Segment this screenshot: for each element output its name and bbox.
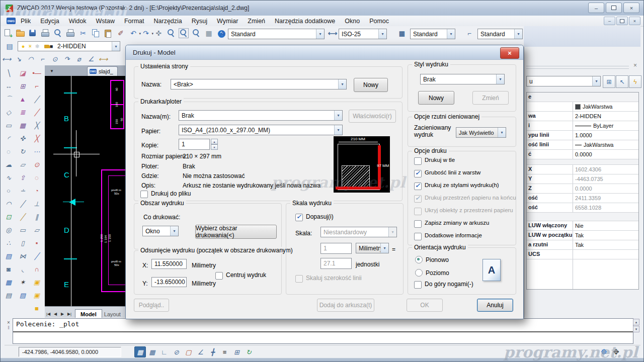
annotation-refresh-icon[interactable]: ↻ [243, 346, 255, 357]
intersection-icon[interactable]: ╳ [31, 119, 43, 131]
insert-block-icon[interactable]: ⊡ [3, 211, 15, 223]
grid-display-icon[interactable]: ▦ [146, 346, 158, 357]
tab-model[interactable]: Model [75, 309, 102, 318]
menu-item[interactable]: Edycja [40, 18, 59, 25]
add-to-sheet-button[interactable]: Dodaj do arkusza(t) [317, 299, 374, 312]
property-row[interactable]: ć 0.0000 [527, 150, 638, 159]
layer-manager-icon[interactable]: ▤ [4, 41, 15, 52]
page-setup-name-combo[interactable]: <Brak>▾ [171, 79, 347, 89]
lengthen-icon[interactable]: ∸ [17, 185, 29, 197]
ok-button[interactable]: OK [407, 299, 443, 312]
new-plot-style-button[interactable]: Nowy [418, 91, 454, 105]
apparent-intersection-icon[interactable]: ╳ [31, 132, 43, 144]
option-checkbox[interactable]: Grubość linii z warstw [414, 170, 516, 183]
cancel-button[interactable]: Anuluj [477, 299, 513, 312]
snap-grid-icon[interactable]: ▦ [134, 346, 146, 357]
property-row[interactable] [527, 213, 638, 221]
paste-icon[interactable] [103, 28, 114, 39]
option-checkbox[interactable]: Drukuj ze stylami wydruku(h) [414, 183, 516, 195]
offset-icon[interactable]: ≣ [17, 106, 29, 118]
quadrant-icon[interactable]: ◔ [31, 185, 43, 197]
menu-item[interactable]: Wstaw [96, 18, 115, 25]
aligned-dimension-icon[interactable]: ↘ [13, 54, 25, 64]
point-icon[interactable]: ∴ [3, 237, 15, 249]
property-row[interactable]: ość 6558.1028 [527, 203, 638, 213]
edit-plot-style-button[interactable]: Zmień [472, 91, 509, 105]
draworder-top-icon[interactable]: ■ [31, 302, 43, 314]
annotation-icon[interactable]: ⊞ [231, 346, 243, 357]
layer-color-swatch[interactable]: ■ [48, 42, 55, 50]
property-row[interactable]: Z 0.0000 [527, 184, 638, 194]
extension-icon[interactable]: ▱ [31, 224, 43, 236]
chevron-down-icon[interactable]: ▾ [496, 74, 504, 84]
jogged-icon[interactable]: ↷ [61, 54, 73, 64]
lineweight-icon[interactable]: ≡ [219, 346, 230, 357]
property-row[interactable]: wa 2-HIDDEN [527, 112, 638, 121]
tangent-line-icon[interactable]: ╱ [31, 106, 43, 118]
make-block-icon[interactable]: ◎ [3, 224, 15, 236]
printer-name-combo[interactable]: Brak▾ [179, 110, 343, 121]
document-tab[interactable]: DWG slajd_ [87, 66, 118, 76]
break-point-icon[interactable]: ▭ [17, 224, 29, 236]
arc-3pt-icon[interactable]: ⌒ [3, 93, 15, 105]
menu-item[interactable]: Zmień [248, 18, 265, 25]
menu-item[interactable]: Format [124, 18, 144, 25]
new-file-icon[interactable] [2, 28, 13, 39]
menu-item[interactable]: Narzędzia [154, 18, 182, 25]
nearest-icon[interactable]: ▪ [31, 237, 43, 249]
close-icon[interactable]: × [7, 320, 10, 325]
gear-icon[interactable]: ☸ [598, 346, 610, 357]
layer-combo[interactable]: ●☀❄■ 2-HIDDEN ▾ [18, 41, 120, 51]
quick-select-icon[interactable]: ϟ [629, 75, 641, 88]
ellipse-arc-icon[interactable]: ◠ [3, 198, 15, 210]
mdi-close-button[interactable]: × [629, 17, 640, 25]
property-row[interactable]: JakWarstwa [527, 102, 638, 112]
calculator-icon[interactable]: ▦ [203, 28, 214, 39]
spline-icon[interactable]: ∿ [3, 171, 15, 184]
print-icon[interactable] [40, 28, 51, 39]
array-icon[interactable]: ▦ [17, 119, 29, 131]
scroll-down-icon[interactable]: ▾ [633, 326, 639, 332]
dim-style-combo[interactable]: ISO-25▾ [339, 29, 387, 39]
close-button[interactable]: × [623, 3, 639, 13]
stepper-down-icon[interactable]: ▼ [211, 144, 218, 150]
chevron-down-icon[interactable]: ▾ [334, 125, 342, 135]
region-icon[interactable]: ◙ [3, 263, 15, 275]
copy-icon[interactable] [90, 28, 101, 39]
object-track-icon[interactable]: ∠ [195, 346, 206, 357]
menu-item[interactable]: Rysuj [192, 18, 207, 25]
restore-button[interactable] [606, 3, 622, 13]
property-row[interactable]: LUW włączony Nie [527, 221, 638, 231]
ellipse-icon[interactable]: ○ [3, 185, 15, 197]
property-row[interactable]: UCS [527, 250, 638, 259]
move-icon[interactable]: ✜ [17, 132, 29, 144]
trim-icon[interactable]: ╱ [17, 198, 29, 210]
quick-dim-icon[interactable]: ⟷ [97, 54, 109, 64]
angular-icon[interactable]: ∠ [85, 54, 97, 64]
rotate-icon[interactable]: ↻ [17, 145, 29, 157]
line-icon[interactable]: ╲ [3, 67, 15, 79]
scale-icon[interactable]: ▱ [17, 158, 29, 170]
property-row[interactable]: ość linii JakWarstwa [527, 140, 638, 150]
option-checkbox[interactable]: Drukuj w tle [414, 157, 516, 170]
option-checkbox[interactable]: Ukryj obiekty z przestrzeni papieru [414, 208, 516, 220]
dialog-title-bar[interactable]: Drukuj - Model [126, 45, 523, 60]
layer-lock-icon[interactable] [41, 42, 48, 50]
construction-line-icon[interactable]: ↔ [3, 80, 15, 92]
revision-cloud-icon[interactable]: ☁ [3, 158, 15, 170]
copies-input[interactable]: 1 [179, 139, 210, 150]
select-objects-icon[interactable]: ↖ [616, 75, 628, 88]
layer-thaw-sun-icon[interactable]: ☀ [27, 42, 34, 50]
chevron-down-icon[interactable]: ▾ [498, 128, 506, 137]
table-style-combo[interactable]: Standard▾ [410, 29, 455, 39]
chevron-down-icon[interactable]: ▾ [316, 29, 324, 39]
new-pagesetup-button[interactable]: Nowy [354, 78, 388, 92]
layer-on-bulb-icon[interactable]: ● [20, 42, 27, 50]
option-checkbox[interactable]: Zapisz zmiany w arkuszu [414, 220, 516, 233]
open-folder-icon[interactable] [15, 28, 26, 39]
selection-combo[interactable]: u ▾ [526, 76, 601, 86]
property-row[interactable]: LUW w początku Tak [527, 231, 638, 240]
stepper-up-icon[interactable]: ▲ [211, 139, 218, 144]
dialog-close-button[interactable]: × [500, 47, 519, 59]
break-icon[interactable]: ▯ [17, 237, 29, 249]
